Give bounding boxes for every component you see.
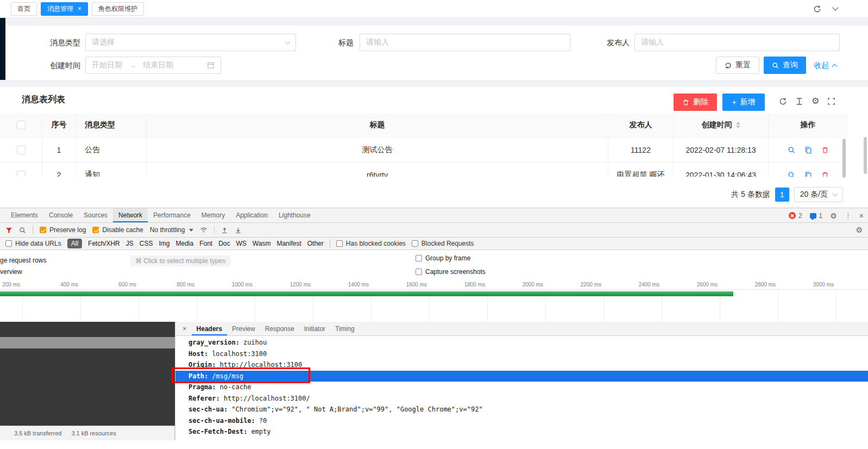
filter-type-all[interactable]: All: [67, 239, 82, 248]
network-conditions-wifi-icon[interactable]: [200, 226, 207, 234]
filter-type[interactable]: WS: [236, 240, 247, 247]
column-settings-gear-icon[interactable]: ⚙: [812, 97, 819, 105]
header-row[interactable]: Origin:http://localhost:3100: [175, 359, 868, 371]
tab-menu-chevron-down-icon[interactable]: [832, 4, 838, 10]
tab-timing[interactable]: Timing: [330, 322, 360, 335]
preserve-log-checkbox[interactable]: [40, 227, 46, 233]
page-scrollbar-thumb[interactable]: [864, 137, 867, 174]
filter-type[interactable]: Font: [199, 240, 212, 247]
tab-application[interactable]: Application: [230, 208, 273, 222]
tab-elements[interactable]: Elements: [5, 208, 43, 222]
page-size-select[interactable]: 20 条/页: [794, 187, 843, 202]
filter-type[interactable]: Media: [175, 240, 193, 247]
copy-icon[interactable]: [804, 171, 812, 177]
preserve-log-toggle[interactable]: Preserve log: [40, 226, 86, 234]
copy-icon[interactable]: [804, 146, 812, 154]
large-request-rows-label[interactable]: ge request rows: [0, 257, 46, 264]
network-settings-gear-icon[interactable]: ⚙: [856, 226, 863, 234]
date-range-picker[interactable]: 开始日期 → 结束日期: [85, 57, 221, 74]
network-search-icon[interactable]: [19, 227, 26, 234]
tab-role-permission[interactable]: 角色权限维护: [92, 2, 144, 16]
import-har-icon[interactable]: [221, 227, 228, 234]
blocked-requests-toggle[interactable]: Blocked Requests: [412, 240, 474, 247]
close-tab-icon[interactable]: ×: [78, 5, 81, 12]
group-by-frame-toggle[interactable]: Group by frame: [416, 254, 470, 262]
filter-type[interactable]: Other: [307, 240, 324, 247]
publisher-input[interactable]: 请输入: [634, 34, 840, 51]
tab-home[interactable]: 首页: [11, 2, 37, 16]
filter-type[interactable]: Fetch/XHR: [88, 240, 120, 247]
delete-row-icon[interactable]: [821, 171, 829, 177]
header-row-selected[interactable]: Path:/msg/msg: [175, 371, 868, 382]
filter-funnel-icon[interactable]: [5, 227, 12, 234]
timeline-overview[interactable]: [0, 290, 868, 322]
has-blocked-cookies-checkbox[interactable]: [336, 240, 343, 247]
search-form-card: 消息类型 请选择 标题 请输入 发布人 请输入 创建时间 开始日期 → 结束日期: [5, 26, 868, 80]
throttling-select[interactable]: No throttling: [150, 226, 194, 234]
col-created: 创建时间: [674, 113, 769, 138]
devtools-close-icon[interactable]: ×: [859, 211, 864, 220]
capture-screenshots-checkbox[interactable]: [416, 269, 422, 275]
query-button[interactable]: 查询: [764, 57, 806, 74]
issues-badge[interactable]: 1: [810, 212, 823, 220]
tab-message-management[interactable]: 消息管理 ×: [41, 2, 88, 16]
tab-memory[interactable]: Memory: [196, 208, 230, 222]
tab-network[interactable]: Network: [113, 208, 148, 222]
close-details-icon[interactable]: ×: [178, 325, 192, 333]
header-row[interactable]: sec-ch-ua-mobile:?0: [175, 415, 868, 427]
header-row[interactable]: Host:localhost:3100: [175, 348, 868, 360]
reload-icon[interactable]: [779, 97, 787, 105]
selected-request-row[interactable]: [0, 337, 175, 348]
header-row[interactable]: Pragma:no-cache: [175, 382, 868, 393]
tab-sources[interactable]: Sources: [78, 208, 113, 222]
refresh-tabs-icon[interactable]: [813, 5, 821, 13]
export-har-icon[interactable]: [235, 227, 242, 234]
tab-console[interactable]: Console: [43, 208, 78, 222]
disable-cache-toggle[interactable]: Disable cache: [92, 226, 143, 234]
filter-type[interactable]: Doc: [218, 240, 230, 247]
sort-toggle[interactable]: [736, 122, 740, 128]
blocked-requests-checkbox[interactable]: [412, 240, 418, 247]
collapse-link[interactable]: 收起: [814, 57, 836, 74]
header-row[interactable]: Sec-Fetch-Dest:empty: [175, 426, 868, 438]
view-icon[interactable]: [788, 146, 795, 154]
filter-type[interactable]: JS: [126, 240, 134, 247]
hide-data-urls-checkbox[interactable]: [5, 240, 12, 247]
header-row[interactable]: Referer:http://localhost:3100/: [175, 393, 868, 404]
has-blocked-cookies-toggle[interactable]: Has blocked cookies: [336, 240, 406, 247]
add-button[interactable]: + 新增: [722, 93, 765, 111]
filter-type[interactable]: Manifest: [276, 240, 301, 247]
reset-button[interactable]: 重置: [716, 57, 759, 74]
select-all-checkbox[interactable]: [17, 121, 26, 129]
message-type-select[interactable]: 请选择: [85, 34, 296, 51]
tab-response[interactable]: Response: [260, 322, 299, 335]
filter-type[interactable]: Wasm: [253, 240, 271, 247]
density-icon[interactable]: [795, 97, 803, 105]
delete-row-icon[interactable]: [821, 146, 829, 154]
title-input[interactable]: 请输入: [360, 34, 570, 51]
errors-badge[interactable]: 2: [789, 212, 802, 220]
devtools-settings-gear-icon[interactable]: ⚙: [830, 212, 837, 220]
page-1-button[interactable]: 1: [775, 188, 789, 202]
table-scrollbar-thumb[interactable]: [842, 139, 846, 178]
show-overview-label[interactable]: verview: [0, 268, 22, 276]
filter-type[interactable]: Img: [159, 240, 169, 247]
tab-initiator[interactable]: Initiator: [299, 322, 330, 335]
row-checkbox[interactable]: [17, 146, 26, 154]
header-row[interactable]: gray_version:zuihou: [175, 337, 868, 348]
tab-lighthouse[interactable]: Lighthouse: [273, 208, 316, 222]
view-icon[interactable]: [788, 171, 795, 177]
row-checkbox[interactable]: [17, 171, 26, 177]
tab-headers[interactable]: Headers: [192, 322, 227, 335]
fullscreen-icon[interactable]: [827, 97, 835, 105]
hide-data-urls-toggle[interactable]: Hide data URLs: [5, 240, 61, 247]
disable-cache-checkbox[interactable]: [92, 227, 99, 233]
group-by-frame-checkbox[interactable]: [416, 255, 422, 261]
delete-button[interactable]: 删除: [674, 93, 717, 111]
more-options-kebab-icon[interactable]: ⋮: [845, 211, 852, 220]
tab-performance[interactable]: Performance: [148, 208, 196, 222]
header-row[interactable]: sec-ch-ua:"Chromium";v="92", " Not A;Bra…: [175, 404, 868, 415]
tab-preview[interactable]: Preview: [227, 322, 260, 335]
filter-type[interactable]: CSS: [140, 240, 153, 247]
capture-screenshots-toggle[interactable]: Capture screenshots: [416, 268, 486, 276]
